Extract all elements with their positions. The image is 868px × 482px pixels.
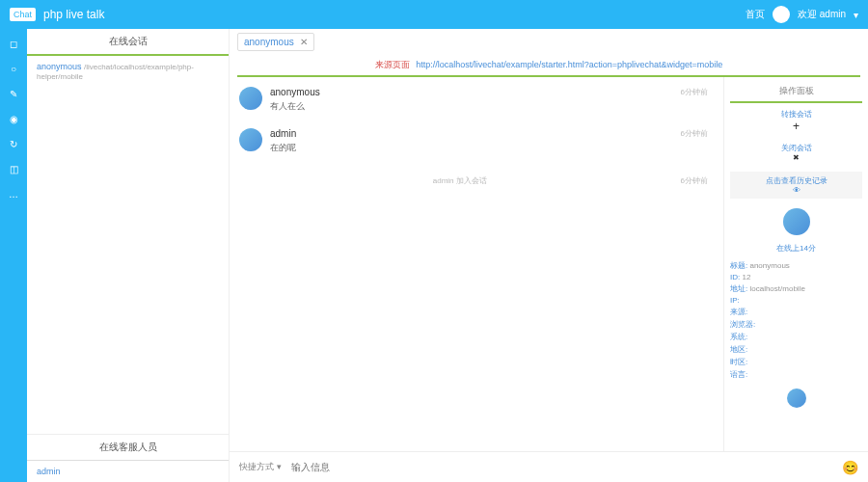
welcome-text: 欢迎 admin: [798, 8, 846, 21]
conversation-item[interactable]: anonymous /livechat/localhost/example/ph…: [27, 56, 229, 87]
info-row: 语言:: [730, 368, 862, 381]
nav-icon-1[interactable]: ◻: [7, 37, 20, 50]
chat-message: anonymous 有人在么 6分钟前: [239, 87, 714, 113]
close-label: 关闭会话: [730, 143, 862, 153]
nav-icon-5[interactable]: ↻: [7, 137, 20, 150]
eye-icon: 👁: [734, 186, 858, 195]
nav-home[interactable]: 首页: [746, 8, 765, 21]
info-row: 系统:: [730, 331, 862, 343]
app-body: ◻ ○ ✎ ◉ ↻ ◫ … 在线会话 anonymous /livechat/l…: [0, 29, 868, 482]
agents-title: 在线客服人员: [27, 435, 229, 461]
emoji-icon[interactable]: 😊: [842, 460, 858, 475]
info-row: 地区:: [730, 343, 862, 356]
message-list: anonymous 有人在么 6分钟前 admin 在的呢 6分钟前 admin…: [230, 77, 723, 451]
nav-icon-3[interactable]: ✎: [7, 87, 20, 100]
transfer-label: 转接会话: [730, 109, 862, 120]
system-message: admin 加入会话 6分钟前: [239, 170, 714, 192]
message-input[interactable]: [287, 458, 836, 476]
conversation-name: anonymous: [37, 62, 82, 71]
nav-icon-4[interactable]: ◉: [7, 112, 20, 125]
visitor-info: 在线上14分 标题: anonymousID: 12地址: localhost/…: [730, 208, 862, 408]
close-icon[interactable]: ✕: [300, 37, 308, 47]
app-header: Chat php live talk 首页 欢迎 admin ▾: [0, 0, 868, 29]
source-url[interactable]: http://localhost/livechat/example/starte…: [416, 60, 722, 69]
msg-text: 在的呢: [270, 142, 296, 154]
msg-text: 有人在么: [270, 100, 320, 113]
visitor-avatar-small: [787, 388, 806, 408]
msg-name: anonymous: [270, 87, 320, 97]
agent-item[interactable]: admin: [27, 461, 229, 482]
active-sessions-title: 在线会话: [27, 29, 229, 56]
msg-time: 6分钟前: [681, 128, 708, 139]
icon-sidebar: ◻ ○ ✎ ◉ ↻ ◫ …: [0, 29, 27, 482]
history-label: 点击查看历史记录: [734, 175, 858, 186]
nav-icon-6[interactable]: ◫: [7, 162, 20, 175]
agents-panel: 在线客服人员 admin: [27, 434, 229, 482]
visitor-status: 在线上14分: [730, 243, 862, 254]
nav-icon-7[interactable]: …: [7, 187, 20, 201]
source-label: 来源页面: [375, 60, 410, 69]
left-pane: 在线会话 anonymous /livechat/localhost/examp…: [27, 29, 230, 482]
avatar-icon: [239, 87, 262, 110]
info-row: 浏览器:: [730, 318, 862, 331]
plus-icon: +: [730, 120, 862, 133]
main-pane: anonymous ✕ 来源页面 http://localhost/livech…: [230, 29, 868, 482]
source-url-bar: 来源页面 http://localhost/livechat/example/s…: [237, 55, 860, 77]
chat-tab[interactable]: anonymous ✕: [237, 33, 314, 51]
conversation-list: anonymous /livechat/localhost/example/ph…: [27, 56, 229, 434]
sys-text: admin 加入会话: [433, 176, 487, 185]
tab-label: anonymous: [244, 37, 294, 47]
logo: Chat: [10, 8, 36, 21]
shortcut-menu[interactable]: 快捷方式 ▾: [239, 461, 282, 473]
nav-icon-2[interactable]: ○: [7, 62, 20, 75]
history-action[interactable]: 点击查看历史记录 👁: [730, 172, 862, 199]
close-session-action[interactable]: 关闭会话 ✖: [730, 143, 862, 162]
chat-tabs: anonymous ✕: [230, 29, 868, 55]
side-panel: 操作面板 转接会话 + 关闭会话 ✖ 点击查看历史记录 👁 在线上14分 标题:…: [723, 77, 868, 451]
chat-area: anonymous 有人在么 6分钟前 admin 在的呢 6分钟前 admin…: [230, 77, 868, 451]
info-row: ID: 12: [730, 272, 862, 282]
info-row: 时区:: [730, 356, 862, 368]
avatar-icon: [239, 128, 262, 151]
info-row: 来源:: [730, 306, 862, 318]
sys-time: 6分钟前: [681, 175, 708, 186]
side-title: 操作面板: [730, 81, 862, 103]
app-title: php live talk: [43, 8, 746, 21]
info-row: 标题: anonymous: [730, 259, 862, 272]
transfer-action[interactable]: 转接会话 +: [730, 109, 862, 133]
chat-message: admin 在的呢 6分钟前: [239, 128, 714, 154]
user-menu-caret[interactable]: ▾: [854, 10, 858, 20]
x-icon: ✖: [730, 153, 862, 162]
input-bar: 快捷方式 ▾ 😊: [230, 451, 868, 482]
info-row: IP:: [730, 295, 862, 306]
visitor-avatar: [783, 208, 810, 235]
avatar[interactable]: [773, 6, 790, 23]
header-right: 首页 欢迎 admin ▾: [746, 6, 858, 23]
info-row: 地址: localhost/mobile: [730, 282, 862, 295]
msg-name: admin: [270, 128, 296, 139]
msg-time: 6分钟前: [681, 87, 708, 97]
